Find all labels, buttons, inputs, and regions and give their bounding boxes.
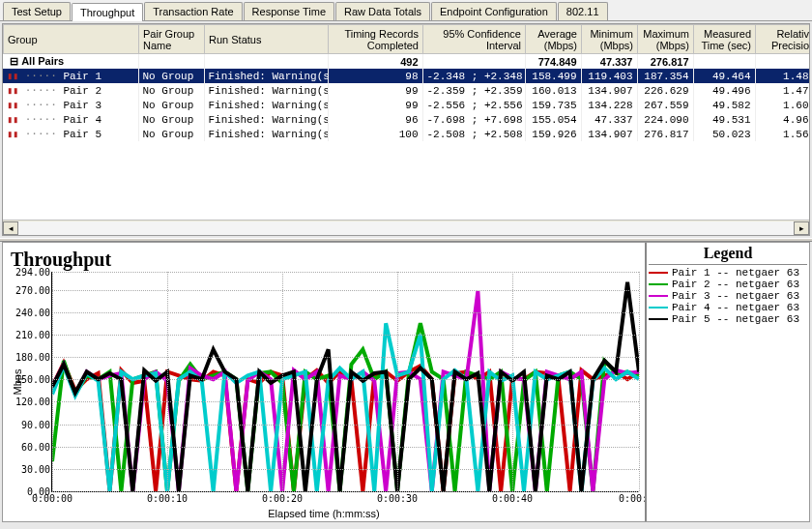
horizontal-scrollbar[interactable]: ◂ ▸ bbox=[3, 220, 809, 235]
col-average[interactable]: Average (Mbps) bbox=[526, 25, 582, 54]
xtick: 0:00:10 bbox=[147, 493, 188, 504]
ytick: 90.00 bbox=[21, 419, 50, 429]
results-table-body: ⊟ All Pairs492774.84947.337276.817▮▮ ···… bbox=[3, 54, 809, 141]
ytick: 294.00 bbox=[15, 267, 50, 278]
legend-swatch bbox=[649, 272, 668, 274]
tab-response-time[interactable]: Response Time bbox=[244, 2, 334, 20]
tab-transaction-rate[interactable]: Transaction Rate bbox=[144, 2, 242, 20]
legend-label: Pair 3 -- netgaer 63 bbox=[672, 290, 799, 302]
xtick: 0:00:40 bbox=[492, 493, 533, 504]
ytick: 60.00 bbox=[21, 441, 50, 452]
legend-item[interactable]: Pair 3 -- netgaer 63 bbox=[649, 290, 807, 302]
scroll-left-icon[interactable]: ◂ bbox=[3, 221, 18, 235]
table-row[interactable]: ▮▮ ····· Pair 1No GroupFinished: Warning… bbox=[3, 69, 809, 83]
table-row[interactable]: ▮▮ ····· Pair 3No GroupFinished: Warning… bbox=[3, 98, 809, 112]
summary-row[interactable]: ⊟ All Pairs492774.84947.337276.817 bbox=[3, 54, 809, 69]
legend-title: Legend bbox=[649, 245, 807, 265]
col-timing[interactable]: Timing Records Completed bbox=[329, 25, 423, 54]
chart-panel: Throughput Mbps 0.0030.0060.0090.00120.0… bbox=[2, 242, 810, 522]
col-pair-group[interactable]: Pair Group Name bbox=[139, 25, 205, 54]
table-row[interactable]: ▮▮ ····· Pair 2No GroupFinished: Warning… bbox=[3, 83, 809, 98]
legend-item[interactable]: Pair 4 -- netgaer 63 bbox=[649, 302, 807, 313]
ytick: 180.00 bbox=[15, 352, 50, 363]
table-row[interactable]: ▮▮ ····· Pair 5No GroupFinished: Warning… bbox=[3, 127, 809, 141]
legend-swatch bbox=[649, 318, 668, 320]
legend-swatch bbox=[649, 295, 668, 297]
results-table-container: Group Pair Group Name Run Status Timing … bbox=[2, 23, 810, 236]
legend-label: Pair 4 -- netgaer 63 bbox=[672, 302, 799, 313]
legend-label: Pair 5 -- netgaer 63 bbox=[672, 313, 799, 325]
results-table-header: Group Pair Group Name Run Status Timing … bbox=[3, 24, 810, 54]
ytick: 210.00 bbox=[15, 329, 50, 339]
scroll-track[interactable] bbox=[18, 221, 794, 235]
xtick: 0:00:51 bbox=[619, 493, 645, 504]
tab-throughput[interactable]: Throughput bbox=[72, 3, 143, 21]
col-run-status[interactable]: Run Status bbox=[205, 25, 329, 54]
col-confidence[interactable]: 95% Confidence Interval bbox=[423, 25, 526, 54]
xtick: 0:00:00 bbox=[32, 493, 72, 504]
legend-label: Pair 2 -- netgaer 63 bbox=[672, 279, 799, 290]
scroll-right-icon[interactable]: ▸ bbox=[794, 221, 809, 235]
col-minimum[interactable]: Minimum (Mbps) bbox=[582, 25, 638, 54]
ytick: 30.00 bbox=[21, 463, 50, 474]
pair-icon: ▮▮ bbox=[7, 101, 18, 111]
legend-item[interactable]: Pair 2 -- netgaer 63 bbox=[649, 279, 807, 290]
col-relative-precision[interactable]: Relativ Precisio bbox=[756, 25, 811, 54]
chart-plot-area: 0.0030.0060.0090.00120.00150.00180.00210… bbox=[51, 272, 639, 492]
legend-label: Pair 1 -- netgaer 63 bbox=[672, 267, 799, 279]
tab-test-setup[interactable]: Test Setup bbox=[3, 2, 71, 20]
tab-raw-data-totals[interactable]: Raw Data Totals bbox=[335, 2, 430, 20]
throughput-chart: Throughput Mbps 0.0030.0060.0090.00120.0… bbox=[3, 243, 645, 521]
col-measured-time[interactable]: Measured Time (sec) bbox=[694, 25, 756, 54]
table-row[interactable]: ▮▮ ····· Pair 4No GroupFinished: Warning… bbox=[3, 112, 809, 127]
pair-icon: ▮▮ bbox=[7, 115, 18, 126]
chart-xlabel: Elapsed time (h:mm:ss) bbox=[3, 508, 645, 519]
chart-title: Throughput bbox=[5, 247, 641, 273]
ytick: 270.00 bbox=[15, 284, 50, 295]
xtick: 0:00:30 bbox=[377, 493, 418, 504]
col-maximum[interactable]: Maximum (Mbps) bbox=[638, 25, 694, 54]
ytick: 120.00 bbox=[15, 397, 50, 407]
legend-swatch bbox=[649, 283, 668, 285]
pair-icon: ▮▮ bbox=[7, 86, 18, 97]
legend-item[interactable]: Pair 5 -- netgaer 63 bbox=[649, 313, 807, 325]
ytick: 240.00 bbox=[15, 307, 50, 317]
ytick: 150.00 bbox=[15, 374, 50, 385]
collapse-icon[interactable]: ⊟ bbox=[7, 55, 21, 67]
legend: Legend Pair 1 -- netgaer 63Pair 2 -- net… bbox=[645, 243, 809, 521]
legend-swatch bbox=[649, 307, 668, 309]
xtick: 0:00:20 bbox=[262, 493, 303, 504]
col-group[interactable]: Group bbox=[4, 25, 139, 54]
pair-icon: ▮▮ bbox=[7, 72, 18, 82]
legend-item[interactable]: Pair 1 -- netgaer 63 bbox=[649, 267, 807, 279]
tab-bar: Test SetupThroughputTransaction RateResp… bbox=[0, 0, 812, 21]
tab-endpoint-configuration[interactable]: Endpoint Configuration bbox=[431, 2, 557, 20]
tab-802-11[interactable]: 802.11 bbox=[558, 2, 608, 20]
pair-icon: ▮▮ bbox=[7, 130, 18, 140]
